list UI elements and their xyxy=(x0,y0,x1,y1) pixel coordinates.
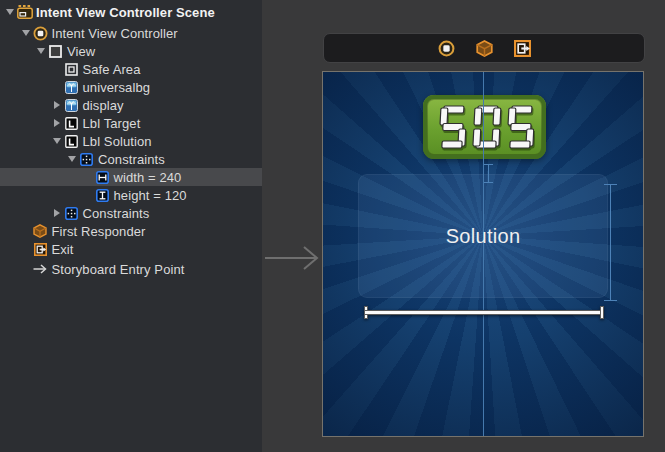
outline-item-intent-view-controller[interactable]: Intent View Controller xyxy=(0,24,262,42)
label-icon xyxy=(63,116,80,131)
disclosure-triangle-icon[interactable] xyxy=(35,46,47,56)
disclosure-triangle-icon[interactable] xyxy=(51,100,63,110)
disclosure-spacer xyxy=(20,264,32,274)
image-icon xyxy=(63,80,80,95)
image-icon xyxy=(63,98,80,113)
disclosure-triangle-icon[interactable] xyxy=(51,208,63,218)
outline-item-constraints[interactable]: Constraints xyxy=(0,150,262,168)
outline-item-label: First Responder xyxy=(52,224,146,239)
exit-icon xyxy=(32,242,49,257)
outline-item-label: Safe Area xyxy=(83,62,141,77)
outline-item-label: universalbg xyxy=(83,80,151,95)
outline-item-label: Constraints xyxy=(83,206,150,221)
disclosure-spacer xyxy=(51,64,63,74)
solution-label[interactable]: Solution xyxy=(358,174,608,298)
scene-dock xyxy=(323,33,645,63)
disclosure-triangle-icon[interactable] xyxy=(20,28,32,38)
disclosure-triangle-icon[interactable] xyxy=(51,136,63,146)
width-constraint-bar-selected[interactable] xyxy=(364,306,604,319)
outline-item-view[interactable]: View xyxy=(0,42,262,60)
entry-point-icon xyxy=(32,262,49,277)
first-responder-icon xyxy=(32,224,49,239)
dock-exit-icon[interactable] xyxy=(513,39,531,57)
dock-view-controller-icon[interactable] xyxy=(437,39,455,57)
storyboard-canvas[interactable]: Solution xyxy=(322,71,644,437)
width-constraint-icon xyxy=(94,170,111,185)
outline-item-label: Intent View Controller Scene xyxy=(36,5,215,20)
outline-item-intent-view-controller-scene[interactable]: Intent View Controller Scene xyxy=(0,3,262,21)
vertical-spacing-constraint[interactable] xyxy=(484,164,493,183)
disclosure-spacer xyxy=(20,226,32,236)
outline-item-label: Lbl Target xyxy=(83,116,141,131)
disclosure-spacer xyxy=(82,190,94,200)
outline-item-first-responder[interactable]: First Responder xyxy=(0,222,262,240)
outline-item-label: Intent View Controller xyxy=(52,26,178,41)
height-constraint-bar[interactable] xyxy=(604,184,617,301)
outline-item-width-240[interactable]: width = 240 xyxy=(0,168,262,186)
view-icon xyxy=(47,44,64,59)
label-icon xyxy=(63,134,80,149)
disclosure-spacer xyxy=(20,244,32,254)
outline-item-display[interactable]: display xyxy=(0,96,262,114)
outline-item-label: display xyxy=(83,98,124,113)
dock-first-responder-icon[interactable] xyxy=(475,39,493,57)
view-controller-icon xyxy=(32,26,49,41)
disclosure-triangle-icon[interactable] xyxy=(51,118,63,128)
document-outline: Intent View Controller SceneIntent View … xyxy=(0,0,262,452)
outline-item-lbl-target[interactable]: Lbl Target xyxy=(0,114,262,132)
disclosure-triangle-icon[interactable] xyxy=(4,7,16,17)
outline-item-universalbg[interactable]: universalbg xyxy=(0,78,262,96)
height-constraint-icon xyxy=(94,188,111,203)
outline-item-label: View xyxy=(67,44,95,59)
outline-item-lbl-solution[interactable]: Lbl Solution xyxy=(0,132,262,150)
outline-item-storyboard-entry-point[interactable]: Storyboard Entry Point xyxy=(0,260,262,278)
outline-item-safe-area[interactable]: Safe Area xyxy=(0,60,262,78)
disclosure-spacer xyxy=(51,82,63,92)
outline-item-label: Constraints xyxy=(98,152,165,167)
outline-item-label: height = 120 xyxy=(114,188,187,203)
outline-item-constraints[interactable]: Constraints xyxy=(0,204,262,222)
display-image-view[interactable] xyxy=(423,95,546,159)
outline-item-label: width = 240 xyxy=(114,170,182,185)
disclosure-spacer xyxy=(82,172,94,182)
scene-icon xyxy=(16,5,33,20)
outline-item-exit[interactable]: Exit xyxy=(0,240,262,258)
seven-segment-505 xyxy=(436,105,534,149)
outline-item-label: Storyboard Entry Point xyxy=(52,262,185,277)
outline-item-label: Exit xyxy=(52,242,74,257)
constraints-icon xyxy=(63,206,80,221)
constraints-icon xyxy=(78,152,95,167)
outline-item-label: Lbl Solution xyxy=(83,134,152,149)
disclosure-triangle-icon[interactable] xyxy=(66,154,78,164)
safe-area-icon xyxy=(63,62,80,77)
outline-item-height-120[interactable]: height = 120 xyxy=(0,186,262,204)
storyboard-entry-arrow-icon[interactable] xyxy=(263,245,323,271)
